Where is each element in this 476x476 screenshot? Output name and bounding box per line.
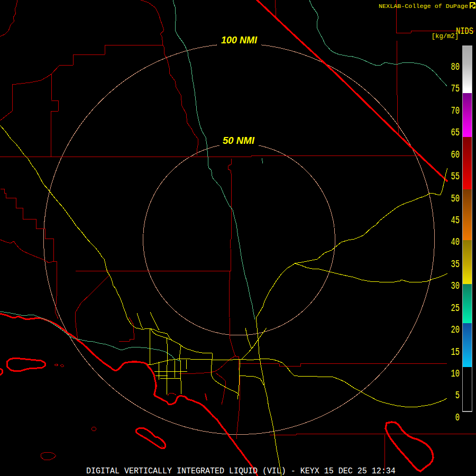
svg-text:65: 65: [451, 127, 460, 139]
svg-text:30: 30: [451, 280, 460, 292]
svg-text:5: 5: [455, 390, 460, 401]
svg-text:50: 50: [451, 193, 460, 204]
svg-text:0: 0: [455, 412, 460, 424]
svg-text:DIGITAL VERTICALLY INTEGRATED: DIGITAL VERTICALLY INTEGRATED LIQUID (VI…: [86, 466, 396, 476]
svg-text:40: 40: [451, 236, 460, 248]
svg-text:25: 25: [451, 302, 460, 314]
svg-text:45: 45: [451, 215, 460, 226]
svg-text:100 NMI: 100 NMI: [221, 34, 258, 45]
svg-text:60: 60: [451, 149, 460, 160]
svg-text:70: 70: [451, 105, 460, 117]
svg-text:50 NMI: 50 NMI: [223, 135, 255, 146]
svg-text:80: 80: [451, 61, 460, 73]
svg-text:55: 55: [451, 171, 460, 182]
svg-text:35: 35: [451, 259, 460, 270]
svg-text:15: 15: [451, 346, 460, 358]
svg-text:10: 10: [451, 368, 460, 380]
svg-text:[kg/m2]: [kg/m2]: [432, 33, 459, 40]
svg-text:75: 75: [451, 83, 460, 95]
svg-text:20: 20: [451, 324, 460, 336]
svg-text:NEXLAB-College of DuPage: NEXLAB-College of DuPage: [379, 3, 468, 10]
